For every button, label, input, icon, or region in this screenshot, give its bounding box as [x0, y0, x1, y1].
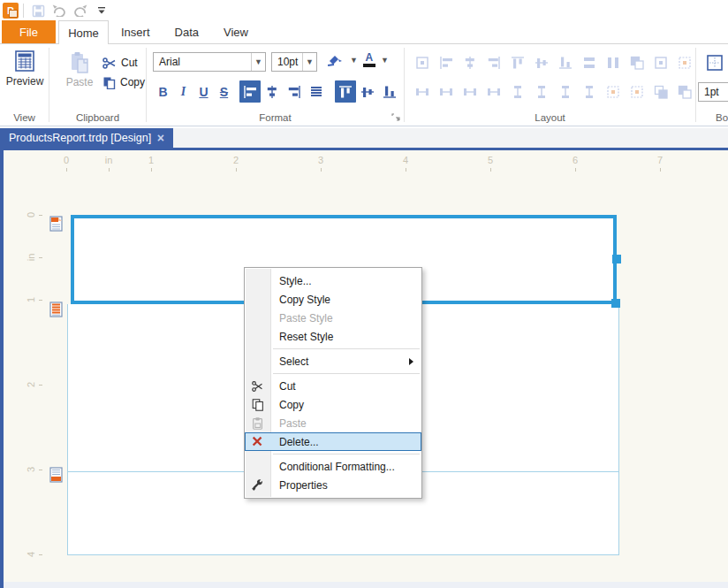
align-centers-icon[interactable]: [459, 51, 482, 73]
v-ruler-label: in: [26, 251, 36, 263]
menu-item-paste-style[interactable]: Paste Style: [245, 309, 421, 327]
menu-item-label: Paste: [271, 417, 421, 430]
menu-item-conditional-formatting[interactable]: Conditional Formatting...: [245, 457, 421, 476]
align-justify-button[interactable]: [306, 80, 327, 103]
center-horizontally-icon[interactable]: [602, 80, 625, 103]
increase-vertical-spacing-icon[interactable]: [530, 80, 553, 103]
chevron-down-icon[interactable]: ▼: [251, 53, 265, 71]
v-ruler-tick: [39, 385, 42, 386]
copy-button[interactable]: Copy: [102, 73, 145, 91]
make-same-width-icon[interactable]: [578, 51, 601, 73]
font-color-icon[interactable]: A: [363, 53, 375, 67]
customize-quick-access-icon[interactable]: [92, 2, 111, 19]
copy-label: Copy: [120, 76, 145, 88]
equal-vertical-spacing-icon[interactable]: [506, 80, 529, 103]
cut-button[interactable]: Cut: [102, 54, 138, 72]
document-tab[interactable]: ProductsReport.trdp [Design] ×: [0, 128, 173, 148]
font-name-value: Arial: [154, 53, 251, 71]
v-ruler-label: 1: [26, 294, 36, 306]
send-to-back-icon[interactable]: [673, 80, 696, 103]
strikethrough-button[interactable]: S: [214, 80, 234, 103]
page-header-section-icon[interactable]: [49, 216, 63, 232]
menu-item-label: Reset Style: [271, 331, 421, 343]
page-footer-section-icon[interactable]: [49, 467, 63, 483]
align-lefts-icon[interactable]: [435, 51, 458, 73]
font-size-combo[interactable]: 10pt ▼: [271, 52, 317, 72]
qat-separator: [23, 4, 24, 18]
menu-separator: [273, 348, 420, 349]
underline-button[interactable]: U: [193, 80, 214, 103]
align-rights-icon[interactable]: [482, 51, 505, 73]
decrease-vertical-spacing-icon[interactable]: [554, 80, 577, 103]
snap-to-grid-icon[interactable]: [411, 51, 434, 73]
menu-item-reset-style[interactable]: Reset Style: [245, 327, 421, 346]
tab-file[interactable]: File: [2, 20, 56, 43]
highlight-color-dropdown-icon[interactable]: ▼: [350, 56, 358, 65]
make-same-size-icon[interactable]: [626, 51, 648, 73]
menu-item-delete[interactable]: Delete...: [245, 432, 421, 451]
preview-button[interactable]: Preview: [7, 50, 42, 88]
delete-icon: [245, 435, 271, 449]
font-color-dropdown-icon[interactable]: ▼: [381, 56, 389, 65]
align-center-button[interactable]: [262, 80, 283, 103]
redo-icon[interactable]: [71, 2, 90, 19]
tab-home[interactable]: Home: [58, 20, 109, 44]
bold-button[interactable]: B: [153, 80, 173, 103]
center-vertically-icon[interactable]: [626, 80, 648, 103]
menu-item-label: Paste Style: [271, 312, 421, 325]
cut-icon: [245, 379, 271, 393]
align-top-button[interactable]: [335, 80, 356, 103]
save-icon[interactable]: [28, 2, 48, 19]
h-ruler-label: 6: [573, 155, 578, 165]
border-width-combo[interactable]: 1pt: [698, 82, 728, 102]
menu-item-style[interactable]: Style...: [245, 271, 421, 290]
copy-icon: [102, 76, 116, 89]
menu-item-label: Properties: [271, 479, 421, 492]
size-to-grid-icon[interactable]: [649, 51, 672, 73]
borders-icon[interactable]: [703, 51, 726, 73]
format-group-label: Format: [147, 112, 404, 123]
resize-handle-right[interactable]: [612, 255, 621, 263]
align-top-icon: [337, 84, 353, 100]
view-group: Preview View: [0, 44, 49, 126]
menu-item-properties[interactable]: Properties: [245, 476, 421, 494]
menu-item-copy-style[interactable]: Copy Style: [245, 290, 421, 309]
center-in-section-icon[interactable]: [673, 51, 696, 73]
align-left-button[interactable]: [239, 80, 261, 103]
bring-to-front-icon[interactable]: [649, 80, 672, 103]
tab-data[interactable]: Data: [163, 20, 211, 43]
paste-button[interactable]: Paste: [62, 51, 97, 88]
resize-handle-corner[interactable]: [611, 299, 620, 308]
app-logo-icon[interactable]: R: [3, 3, 19, 19]
close-document-icon[interactable]: ×: [157, 132, 164, 144]
remove-vertical-spacing-icon[interactable]: [578, 80, 601, 103]
menu-item-paste[interactable]: Paste: [245, 414, 421, 432]
chevron-down-icon[interactable]: ▼: [302, 53, 316, 71]
make-same-height-icon[interactable]: [602, 51, 625, 73]
remove-horizontal-spacing-icon[interactable]: [482, 80, 505, 103]
equal-horizontal-spacing-icon[interactable]: [411, 80, 434, 103]
increase-horizontal-spacing-icon[interactable]: [435, 80, 458, 103]
italic-button[interactable]: I: [173, 80, 193, 103]
highlight-color-icon[interactable]: [327, 53, 345, 67]
cut-label: Cut: [121, 57, 138, 69]
detail-section-icon[interactable]: [49, 302, 63, 317]
align-middle-button[interactable]: [357, 80, 378, 103]
align-right-button[interactable]: [284, 80, 305, 103]
align-bottoms-icon[interactable]: [554, 51, 577, 73]
align-middles-icon[interactable]: [530, 51, 553, 73]
align-bottom-icon: [382, 84, 398, 100]
align-tops-icon[interactable]: [506, 51, 529, 73]
menu-item-copy[interactable]: Copy: [245, 395, 421, 414]
align-bottom-button[interactable]: [379, 80, 400, 103]
font-name-combo[interactable]: Arial ▼: [153, 52, 266, 72]
decrease-horizontal-spacing-icon[interactable]: [459, 80, 482, 103]
undo-icon[interactable]: [49, 2, 69, 19]
align-middle-icon: [360, 84, 375, 100]
menu-item-cut[interactable]: Cut: [245, 377, 421, 395]
menu-item-select[interactable]: Select: [245, 352, 421, 370]
h-ruler-tick: [151, 168, 152, 172]
tab-insert[interactable]: Insert: [109, 20, 163, 43]
v-ruler-tick: [39, 470, 42, 470]
tab-view[interactable]: View: [211, 20, 261, 43]
